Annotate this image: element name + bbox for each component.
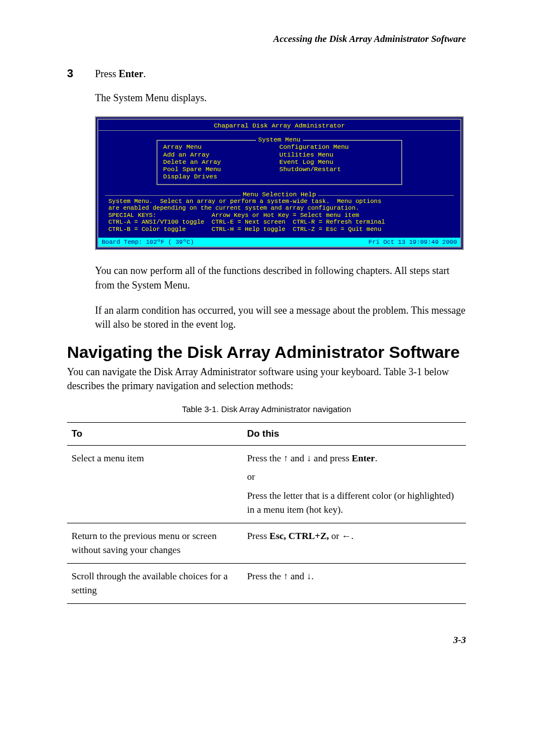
terminal-status-bar: Board Temp: 102ºF ( 39ºC) Fri Oct 13 19:… — [98, 238, 460, 247]
step-suffix: . — [144, 68, 146, 79]
navigation-table: To Do this Select a menu item Press the … — [67, 422, 466, 604]
cell-do: Press Esc, CTRL+Z, or ←. — [242, 523, 466, 563]
do-text: Press — [247, 531, 269, 541]
paragraph-after-1: You can now perform all of the functions… — [95, 264, 466, 292]
step-prefix: Press — [95, 68, 119, 79]
table-row: Return to the previous menu or screen wi… — [67, 523, 466, 563]
terminal-title: Chaparral Disk Array Administrator — [98, 120, 460, 131]
do-bold: Esc, CTRL+Z, — [269, 531, 329, 541]
system-menu-box: System Menu Array Menu Add an Array Dele… — [156, 140, 402, 185]
table-caption: Table 3-1. Disk Array Administrator navi… — [67, 404, 466, 414]
menu-item[interactable]: Event Log Menu — [279, 158, 396, 166]
menu-right-column: Configuration Menu Utilities Menu Event … — [279, 143, 396, 180]
step-instruction: Press Enter. — [95, 68, 146, 80]
paragraph-displays: The System Menu displays. — [95, 91, 466, 105]
menu-item[interactable]: Utilities Menu — [279, 151, 396, 158]
table-row: Scroll through the available choices for… — [67, 563, 466, 603]
cell-do: Press the ↑ and ↓ and press Enter. or Pr… — [242, 445, 466, 523]
menu-item[interactable]: Shutdown/Restart — [279, 166, 396, 173]
system-menu-label: System Menu — [256, 136, 303, 143]
do-line3: Press the letter that is a different col… — [247, 489, 461, 517]
step-key: Enter — [119, 68, 144, 79]
page-number: 3-3 — [67, 635, 466, 646]
do-suffix: . — [375, 453, 377, 464]
terminal-body: System Menu Array Menu Add an Array Dele… — [98, 131, 460, 237]
section-heading: Navigating the Disk Array Administrator … — [67, 343, 466, 362]
do-line2: or — [247, 470, 461, 484]
do-text: Press the ↑ and ↓ and press — [247, 453, 351, 464]
running-header: Accessing the Disk Array Administrator S… — [67, 34, 466, 45]
terminal-screenshot: Chaparral Disk Array Administrator Syste… — [95, 116, 464, 250]
menu-item[interactable]: Pool Spare Menu — [163, 166, 279, 173]
menu-item[interactable]: Array Menu — [163, 143, 279, 150]
step-row: 3 Press Enter. — [67, 67, 466, 80]
step-number: 3 — [67, 67, 78, 80]
cell-do: Press the ↑ and ↓. — [242, 563, 466, 603]
menu-item[interactable]: Display Drives — [163, 173, 279, 180]
status-datetime: Fri Oct 13 19:09:49 2000 — [369, 239, 457, 246]
help-text: System Menu. Select an array or perform … — [108, 198, 450, 233]
menu-item[interactable]: Add an Array — [163, 151, 279, 158]
menu-item[interactable]: Delete an Array — [163, 158, 279, 166]
cell-to: Return to the previous menu or screen wi… — [67, 523, 242, 563]
status-temp: Board Temp: 102ºF ( 39ºC) — [102, 239, 194, 246]
table-row: Select a menu item Press the ↑ and ↓ and… — [67, 445, 466, 523]
paragraph-after-2: If an alarm condition has occurred, you … — [95, 304, 466, 332]
section-intro: You can navigate the Disk Array Administ… — [67, 365, 466, 393]
help-box: Menu Selection Help System Menu. Select … — [105, 195, 454, 235]
table-header-do: Do this — [242, 422, 466, 445]
menu-item[interactable]: Configuration Menu — [279, 143, 396, 150]
help-label: Menu Selection Help — [240, 191, 318, 198]
table-header-to: To — [67, 422, 242, 445]
menu-left-column: Array Menu Add an Array Delete an Array … — [163, 143, 279, 180]
do-bold: Enter — [352, 453, 375, 464]
cell-to: Scroll through the available choices for… — [67, 563, 242, 603]
cell-to: Select a menu item — [67, 445, 242, 523]
do-suffix: or ←. — [329, 531, 354, 541]
